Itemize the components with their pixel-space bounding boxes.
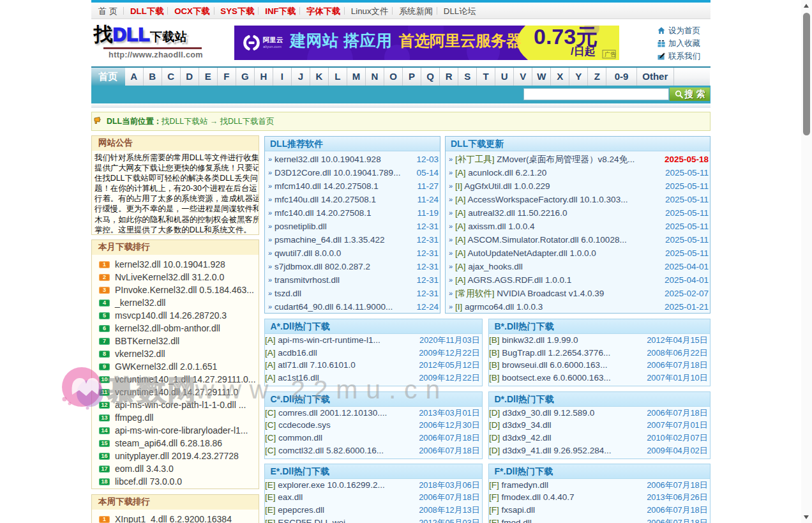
svg-text:广告: 广告 [605, 51, 616, 57]
svg-text:首选阿里云服务器: 首选阿里云服务器 [398, 32, 522, 49]
svg-text:aliyun.com: aliyun.com [263, 45, 282, 49]
svg-text:建网站 搭应用: 建网站 搭应用 [289, 31, 392, 49]
svg-text:阿里云: 阿里云 [263, 36, 283, 43]
svg-text:/日起: /日起 [571, 45, 596, 57]
